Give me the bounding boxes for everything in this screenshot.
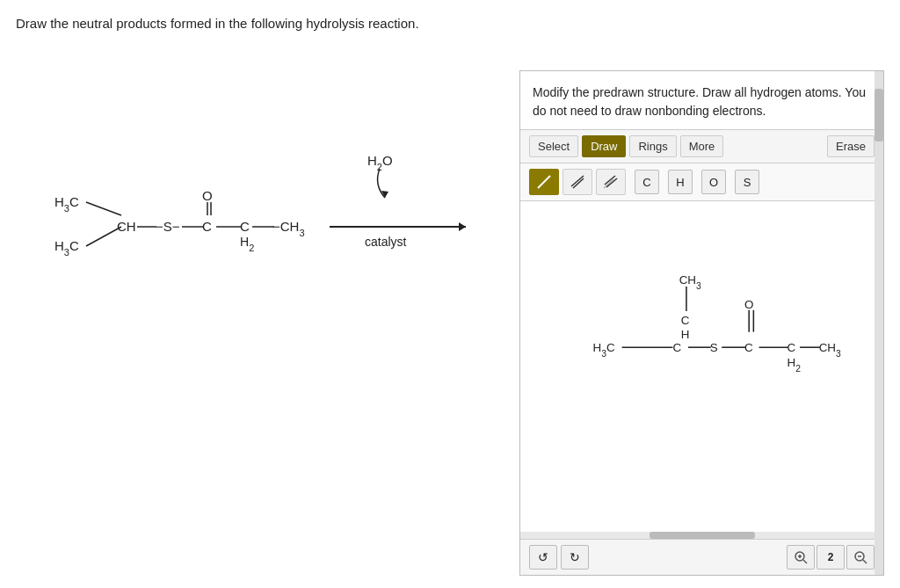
zoom-reset-button[interactable]: 2 (817, 545, 845, 570)
triple-bond-tool[interactable] (596, 169, 626, 195)
svg-text:H3C: H3C (593, 341, 615, 358)
svg-text:C: C (788, 341, 796, 354)
reactant-structure: H3C H3C CH −S− C O C H2 −CH3 H2O catalys… (18, 70, 501, 352)
hydrogen-atom-btn[interactable]: H (668, 170, 693, 194)
svg-text:C: C (202, 219, 212, 234)
draw-tools-bar: C H O S (520, 163, 883, 201)
product-structure-svg: CH3 C H H3C C S C O C (520, 201, 883, 539)
svg-text:H2: H2 (788, 356, 802, 374)
question-text: Draw the neutral products formed in the … (16, 16, 419, 31)
svg-line-3 (86, 227, 121, 246)
draw-area-scrollbar[interactable] (520, 532, 883, 539)
svg-text:C: C (240, 219, 250, 234)
zoom-group: 2 (787, 545, 875, 570)
single-bond-tool[interactable] (529, 169, 559, 195)
svg-marker-20 (459, 222, 466, 231)
draw-button[interactable]: Draw (582, 135, 626, 157)
svg-line-53 (863, 560, 867, 563)
rings-button[interactable]: Rings (629, 135, 676, 157)
zoom-out-button[interactable] (846, 545, 875, 570)
svg-line-25 (605, 176, 615, 185)
svg-text:O: O (744, 298, 753, 311)
more-button[interactable]: More (680, 135, 724, 157)
svg-text:C: C (744, 341, 753, 354)
redo-button[interactable]: ↻ (561, 545, 589, 570)
svg-text:CH3: CH3 (819, 341, 841, 358)
svg-text:O: O (202, 188, 213, 203)
svg-text:catalyst: catalyst (365, 235, 407, 249)
svg-text:H2: H2 (240, 235, 254, 253)
svg-text:H3C: H3C (54, 194, 79, 214)
draw-canvas[interactable]: CH3 C H H3C C S C O C (520, 201, 883, 539)
svg-text:CH3: CH3 (679, 273, 701, 291)
zoom-in-button[interactable] (787, 545, 815, 570)
erase-button[interactable]: Erase (827, 135, 875, 157)
svg-line-50 (803, 560, 807, 563)
svg-text:S: S (710, 341, 718, 354)
sulfur-atom-btn[interactable]: S (735, 170, 759, 194)
undo-redo-group: ↺ ↻ (529, 545, 589, 570)
oxygen-atom-btn[interactable]: O (701, 170, 726, 194)
editor-scrollbar[interactable] (875, 71, 883, 575)
svg-text:H: H (681, 328, 690, 341)
svg-text:−CH3: −CH3 (272, 219, 305, 238)
undo-button[interactable]: ↺ (529, 545, 557, 570)
svg-text:C: C (672, 341, 681, 354)
svg-line-22 (538, 176, 550, 188)
svg-line-1 (86, 202, 121, 215)
editor-bottom-bar: ↺ ↻ 2 (520, 539, 883, 575)
svg-text:C: C (681, 314, 690, 327)
carbon-atom-btn[interactable]: C (635, 170, 659, 194)
marvin-editor-panel: Modify the predrawn structure. Draw all … (519, 70, 884, 576)
svg-text:CH: CH (117, 219, 136, 234)
editor-toolbar: Select Draw Rings More Erase (520, 130, 883, 163)
editor-instructions: Modify the predrawn structure. Draw all … (520, 71, 883, 130)
double-bond-tool[interactable] (562, 169, 592, 195)
select-button[interactable]: Select (529, 135, 578, 157)
svg-line-26 (606, 178, 617, 187)
svg-text:−S−: −S− (156, 219, 180, 234)
svg-text:H3C: H3C (54, 238, 79, 258)
